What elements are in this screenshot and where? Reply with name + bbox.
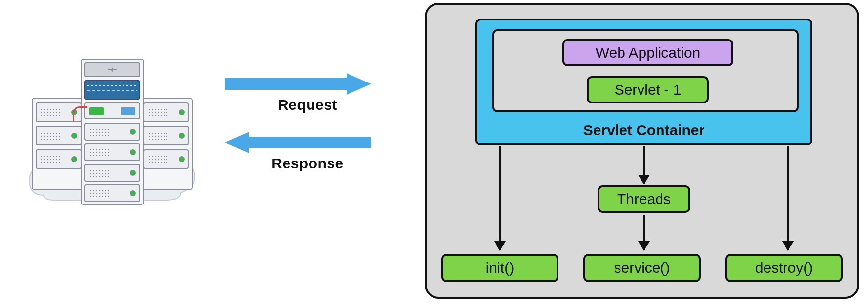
arrow-down-icon [643, 215, 645, 250]
arrow-left-icon [225, 132, 371, 153]
servlet-label: Servlet - 1 [615, 82, 682, 98]
server-unit [84, 164, 140, 182]
inner-box: Web Application Servlet - 1 [492, 29, 799, 112]
threads-box: Threads [598, 185, 690, 213]
request-label: Request [225, 97, 391, 113]
svg-marker-1 [225, 132, 371, 153]
servlet-container-label: Servlet Container [477, 122, 810, 139]
server-unit [143, 102, 189, 122]
service-label: service() [614, 260, 670, 276]
arrow-right-icon [225, 73, 371, 95]
arrow-down-icon [787, 146, 789, 250]
server-unit [36, 126, 82, 145]
servlet-container-box: Web Application Servlet - 1 Servlet Cont… [475, 19, 812, 145]
response-label: Response [225, 155, 391, 172]
server-unit [143, 149, 189, 169]
web-application-label: Web Application [596, 44, 701, 61]
servlet-box: Servlet - 1 [587, 76, 709, 103]
arrow-down-icon [643, 146, 645, 184]
web-application-box: Web Application [562, 39, 733, 66]
server-header [84, 62, 140, 77]
outer-container: Web Application Servlet - 1 Servlet Cont… [425, 3, 859, 299]
server-rack-main [81, 59, 144, 205]
server-io-panel [84, 102, 140, 119]
server-unit [143, 126, 189, 145]
server-unit [84, 143, 140, 161]
request-response-arrows: Request Response [225, 73, 391, 172]
threads-label: Threads [617, 191, 671, 207]
init-method-box: init() [441, 254, 558, 282]
destroy-label: destroy() [755, 260, 813, 276]
diagram-stage: Request Response Web Application Servlet… [0, 0, 868, 306]
lifecycle-methods-row: init() service() destroy() [441, 254, 843, 282]
server-cable-icon [73, 106, 87, 121]
server-monitor-icon [84, 80, 140, 100]
server-unit [36, 149, 82, 169]
destroy-method-box: destroy() [725, 254, 843, 282]
server-unit [84, 184, 140, 202]
server-unit [84, 123, 140, 141]
server-illustration [29, 59, 195, 205]
init-label: init() [486, 260, 514, 276]
service-method-box: service() [583, 254, 701, 282]
svg-marker-0 [225, 73, 371, 95]
server-rack-right [139, 98, 193, 190]
arrow-down-icon [499, 146, 501, 250]
